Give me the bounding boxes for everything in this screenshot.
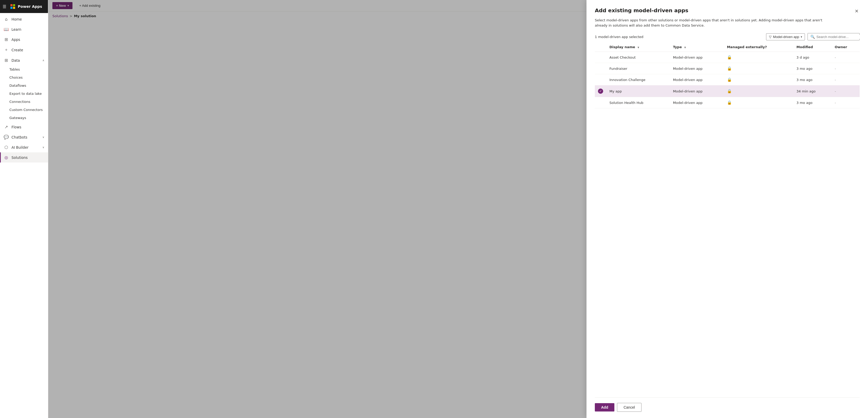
- solutions-icon: ◎: [4, 155, 9, 160]
- sidebar-item-home[interactable]: ⌂ Home: [0, 14, 48, 24]
- sidebar-item-gateways[interactable]: Gateways: [0, 114, 48, 122]
- sidebar-item-custom-connectors[interactable]: Custom Connectors: [0, 106, 48, 114]
- sidebar-item-ai-builder[interactable]: ⬡ AI Builder ∨: [0, 142, 48, 152]
- add-button[interactable]: Add: [595, 403, 614, 412]
- sidebar-nav: ⌂ Home 📖 Learn ⊞ Apps ＋ Create ⊞ Data ∧ …: [0, 13, 48, 418]
- col-check: [595, 42, 606, 52]
- row-type: Model-driven app: [670, 63, 724, 74]
- sidebar-label-solutions: Solutions: [11, 155, 28, 160]
- row-owner: -: [832, 85, 860, 97]
- row-check-cell[interactable]: [595, 52, 606, 63]
- modal-overlay: Add existing model-driven apps ✕ Select …: [48, 0, 868, 418]
- dialog-footer: Add Cancel: [595, 397, 860, 412]
- row-check-cell[interactable]: [595, 63, 606, 74]
- row-modified: 3 mo ago: [794, 63, 832, 74]
- search-box: 🔍: [808, 33, 860, 40]
- row-owner: -: [832, 97, 860, 108]
- row-display-name: Fundraiser: [606, 63, 670, 74]
- sidebar-item-learn[interactable]: 📖 Learn: [0, 24, 48, 34]
- col-type[interactable]: Type ∨: [670, 42, 724, 52]
- learn-icon: 📖: [4, 27, 9, 32]
- lock-icon: 🔒: [727, 66, 732, 71]
- sidebar-label-connections: Connections: [9, 100, 30, 104]
- table-row[interactable]: Asset CheckoutModel-driven app🔒3 d ago-: [595, 52, 860, 63]
- ai-builder-chevron: ∨: [42, 146, 44, 149]
- col-display-name[interactable]: Display name ∨: [606, 42, 670, 52]
- sidebar-label-flows: Flows: [11, 125, 21, 129]
- table-row[interactable]: FundraiserModel-driven app🔒3 mo ago-: [595, 63, 860, 74]
- filter-icon: ▽: [769, 35, 772, 39]
- col-managed-label: Managed externally?: [727, 45, 767, 49]
- close-button[interactable]: ✕: [854, 7, 860, 15]
- dialog-title-row: Add existing model-driven apps ✕: [595, 7, 860, 15]
- cancel-button[interactable]: Cancel: [617, 403, 642, 412]
- row-display-name: Asset Checkout: [606, 52, 670, 63]
- row-check-cell[interactable]: ✓: [595, 85, 606, 97]
- search-icon: 🔍: [810, 35, 815, 39]
- data-chevron: ∧: [42, 59, 44, 62]
- row-type: Model-driven app: [670, 85, 724, 97]
- table-row[interactable]: Solution Health HubModel-driven app🔒3 mo…: [595, 97, 860, 108]
- row-display-name: Solution Health Hub: [606, 97, 670, 108]
- row-display-name: My app: [606, 85, 670, 97]
- row-modified: 34 min ago: [794, 85, 832, 97]
- hamburger-icon[interactable]: ☰: [3, 4, 6, 9]
- filter-button[interactable]: ▽ Model-driven app ▾: [766, 33, 805, 40]
- lock-icon: 🔒: [727, 55, 732, 60]
- lock-icon: 🔒: [727, 89, 732, 94]
- row-type: Model-driven app: [670, 97, 724, 108]
- col-managed: Managed externally?: [724, 42, 794, 52]
- ai-builder-icon: ⬡: [4, 145, 9, 150]
- app-name: Power Apps: [18, 4, 42, 9]
- row-modified: 3 d ago: [794, 52, 832, 63]
- sidebar-label-create: Create: [11, 48, 23, 52]
- toolbar-right: ▽ Model-driven app ▾ 🔍: [766, 33, 860, 40]
- sidebar-item-apps[interactable]: ⊞ Apps: [0, 34, 48, 44]
- sidebar-item-dataflows[interactable]: Dataflows: [0, 81, 48, 90]
- model-driven-apps-table: Display name ∨ Type ∨ Managed externally…: [595, 42, 860, 108]
- sidebar-item-export[interactable]: Export to data lake: [0, 90, 48, 98]
- row-display-name: Innovation Challenge: [606, 74, 670, 85]
- sidebar-item-data[interactable]: ⊞ Data ∧: [0, 55, 48, 65]
- sidebar-item-tables[interactable]: Tables: [0, 65, 48, 73]
- chatbots-chevron: ∨: [42, 136, 44, 139]
- row-owner: -: [832, 63, 860, 74]
- search-input[interactable]: [816, 35, 860, 39]
- apps-icon: ⊞: [4, 37, 9, 42]
- sidebar-item-create[interactable]: ＋ Create: [0, 44, 48, 55]
- sidebar-label-ai-builder: AI Builder: [11, 145, 28, 149]
- lock-icon: 🔒: [727, 77, 732, 82]
- dialog-toolbar: 1 model-driven app selected ▽ Model-driv…: [595, 33, 860, 40]
- sidebar: ☰ Power Apps ⌂ Home 📖 Learn ⊞ Apps ＋ Cre…: [0, 0, 48, 418]
- row-type: Model-driven app: [670, 74, 724, 85]
- flows-icon: ↗: [4, 125, 9, 130]
- sidebar-header: ☰ Power Apps: [0, 0, 48, 13]
- sidebar-item-flows[interactable]: ↗ Flows: [0, 122, 48, 132]
- filter-chevron-icon: ▾: [801, 35, 802, 38]
- table-row[interactable]: Innovation ChallengeModel-driven app🔒3 m…: [595, 74, 860, 85]
- sidebar-item-solutions[interactable]: ◎ Solutions: [0, 152, 48, 163]
- col-display-name-label: Display name: [610, 45, 635, 49]
- create-icon: ＋: [4, 47, 9, 53]
- row-check-cell[interactable]: [595, 97, 606, 108]
- row-check-cell[interactable]: [595, 74, 606, 85]
- row-managed: 🔒: [724, 97, 794, 108]
- sidebar-label-tables: Tables: [9, 67, 20, 71]
- sidebar-label-dataflows: Dataflows: [9, 83, 26, 88]
- row-owner: -: [832, 74, 860, 85]
- row-managed: 🔒: [724, 63, 794, 74]
- row-managed: 🔒: [724, 74, 794, 85]
- table-row[interactable]: ✓My appModel-driven app🔒34 min ago-: [595, 85, 860, 97]
- row-managed: 🔒: [724, 85, 794, 97]
- row-owner: -: [832, 52, 860, 63]
- chatbots-icon: 💬: [4, 135, 9, 140]
- sidebar-item-chatbots[interactable]: 💬 Chatbots ∨: [0, 132, 48, 142]
- row-type: Model-driven app: [670, 52, 724, 63]
- col-modified-label: Modified: [797, 45, 813, 49]
- home-icon: ⌂: [4, 17, 9, 22]
- apps-table: Display name ∨ Type ∨ Managed externally…: [595, 42, 860, 395]
- selected-count: 1 model-driven app selected: [595, 35, 643, 39]
- sidebar-item-connections[interactable]: Connections: [0, 98, 48, 106]
- col-modified: Modified: [794, 42, 832, 52]
- sidebar-item-choices[interactable]: Choices: [0, 73, 48, 81]
